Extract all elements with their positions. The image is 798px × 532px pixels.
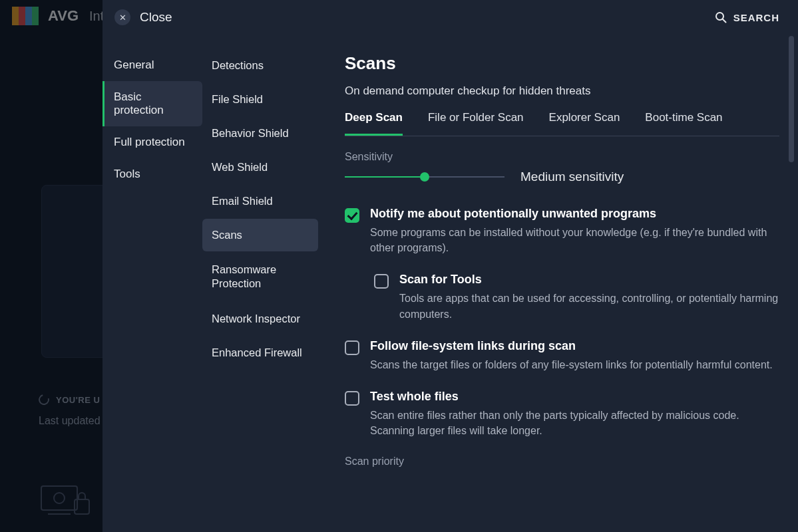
sensitivity-value: Medium sensitivity <box>520 170 624 184</box>
close-label: Close <box>140 10 172 25</box>
close-button[interactable]: ✕ Close <box>114 9 172 25</box>
tab-boot-time-scan[interactable]: Boot-time Scan <box>645 111 722 136</box>
subnav-detections[interactable]: Detections <box>202 49 318 82</box>
nav-basic-protection[interactable]: Basic protection <box>102 81 202 126</box>
option-scan-tools-title: Scan for Tools <box>399 273 779 287</box>
nav-full-protection[interactable]: Full protection <box>102 126 202 158</box>
page-subtitle: On demand computer checkup for hidden th… <box>345 84 779 98</box>
subnav-scans[interactable]: Scans <box>202 219 318 251</box>
search-button[interactable]: SEARCH <box>715 11 779 23</box>
tab-explorer-scan[interactable]: Explorer Scan <box>549 111 620 136</box>
sensitivity-label: Sensitivity <box>345 151 779 163</box>
scan-tabs: Deep Scan File or Folder Scan Explorer S… <box>345 111 779 136</box>
checkbox-pup[interactable] <box>345 208 359 223</box>
subnav-behavior-shield[interactable]: Behavior Shield <box>202 117 318 150</box>
subnav-file-shield[interactable]: File Shield <box>202 83 318 116</box>
search-icon <box>715 11 727 23</box>
content-area: Scans On demand computer checkup for hid… <box>321 31 798 532</box>
nav-tools[interactable]: Tools <box>102 158 202 190</box>
option-follow-links-desc: Scans the target files or folders of any… <box>370 357 779 372</box>
option-pup-desc: Some programs can be installed without y… <box>370 225 779 255</box>
option-whole-files-title: Test whole files <box>370 390 779 404</box>
option-whole-files-desc: Scan entire files rather than only the p… <box>370 408 779 438</box>
subnav-network-inspector[interactable]: Network Inspector <box>202 303 318 335</box>
secondary-nav: Detections File Shield Behavior Shield W… <box>202 31 321 532</box>
content-scroll[interactable]: Scans On demand computer checkup for hid… <box>345 53 783 532</box>
priority-label: Scan priority <box>345 456 779 467</box>
option-pup: Notify me about potentionally unwanted p… <box>345 207 779 255</box>
tab-file-folder-scan[interactable]: File or Folder Scan <box>428 111 524 136</box>
checkbox-test-whole-files[interactable] <box>345 391 359 406</box>
subnav-web-shield[interactable]: Web Shield <box>202 151 318 184</box>
option-scan-tools-desc: Tools are apps that can be used for acce… <box>399 291 779 321</box>
page-title: Scans <box>345 53 779 74</box>
sensitivity-row: Medium sensitivity <box>345 170 779 184</box>
option-follow-links-title: Follow file-system links during scan <box>370 339 779 353</box>
slider-thumb[interactable] <box>420 172 429 182</box>
subnav-enhanced-firewall[interactable]: Enhanced Firewall <box>202 336 318 369</box>
nav-general[interactable]: General <box>102 49 202 81</box>
close-icon[interactable]: ✕ <box>114 9 130 25</box>
tab-deep-scan[interactable]: Deep Scan <box>345 111 403 136</box>
option-test-whole-files: Test whole files Scan entire files rathe… <box>345 390 779 438</box>
option-pup-title: Notify me about potentionally unwanted p… <box>370 207 779 221</box>
subnav-ransomware[interactable]: Ransomware Protection <box>202 253 318 301</box>
option-scan-tools: Scan for Tools Tools are apps that can b… <box>374 273 779 321</box>
search-label: SEARCH <box>733 12 779 23</box>
option-follow-links: Follow file-system links during scan Sca… <box>345 339 779 372</box>
checkbox-follow-links[interactable] <box>345 340 359 355</box>
panel-header: ✕ Close SEARCH <box>102 0 798 31</box>
sensitivity-slider[interactable] <box>345 171 504 183</box>
svg-line-4 <box>723 19 726 23</box>
primary-nav: General Basic protection Full protection… <box>102 31 202 532</box>
checkbox-scan-tools[interactable] <box>374 274 389 289</box>
settings-panel: ✕ Close SEARCH General Basic protection … <box>102 0 798 532</box>
subnav-email-shield[interactable]: Email Shield <box>202 185 318 217</box>
